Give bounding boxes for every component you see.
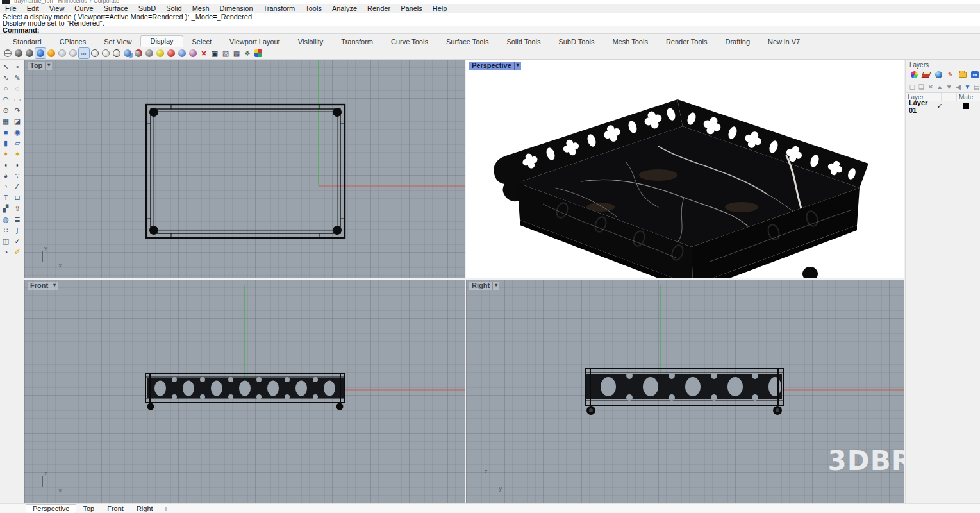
raytraced-display-icon[interactable] <box>46 48 56 58</box>
menu-view[interactable]: View <box>44 4 70 13</box>
viewport-menu-arrow-icon[interactable]: ▾ <box>51 282 58 290</box>
surface-patch-icon[interactable]: ◪ <box>12 116 23 126</box>
extrude-icon[interactable]: ⇧ <box>12 203 23 214</box>
viewport-title[interactable]: Perspective <box>469 62 514 70</box>
menu-solid[interactable]: Solid <box>161 4 187 13</box>
menu-curve[interactable]: Curve <box>69 4 98 13</box>
viewport-label-top[interactable]: Top ▾ <box>28 62 52 70</box>
layers-tab-icon[interactable] <box>922 71 931 79</box>
shaded-sphere-icon[interactable]: ◕ <box>1 171 12 181</box>
edit-point-icon[interactable]: ⊡ <box>12 192 23 203</box>
viewport-right[interactable]: Right ▾ z y 3DBR <box>466 280 904 503</box>
viewport-menu-arrow-icon[interactable]: ▾ <box>45 62 52 70</box>
shaded-display-icon[interactable] <box>13 48 24 58</box>
cylinder-icon[interactable]: ▮ <box>1 138 12 148</box>
monochrome-display-icon[interactable] <box>144 48 154 58</box>
move-left-icon[interactable]: ◀ <box>955 83 961 90</box>
ghost-box-icon[interactable]: ▧ <box>220 48 231 58</box>
layout-icon[interactable]: ▞ <box>1 203 12 214</box>
menu-dimension[interactable]: Dimension <box>215 4 258 13</box>
swirl-display-icon[interactable] <box>177 48 187 58</box>
rendering-tab-icon[interactable] <box>934 71 943 79</box>
folder-tab-icon[interactable] <box>958 71 967 79</box>
cage-edit-icon[interactable]: ▦ <box>1 116 12 126</box>
viewport-menu-arrow-icon[interactable]: ▾ <box>492 282 499 290</box>
viewport-tab-top[interactable]: Top <box>76 505 101 513</box>
text-icon[interactable]: T <box>1 192 12 203</box>
select-arrow-icon[interactable]: ↖ <box>1 62 12 72</box>
filter-icon[interactable]: ▼ <box>964 83 970 90</box>
annotate-pencil-icon[interactable]: ✎ <box>946 71 955 79</box>
tab-standard[interactable]: Standard <box>4 37 51 47</box>
visibility-icon[interactable]: ◫ <box>1 236 12 246</box>
ghosted-display-icon[interactable] <box>57 48 67 58</box>
boolean-difference-icon[interactable]: ◗ <box>12 160 23 170</box>
tab-render-tools[interactable]: Render Tools <box>657 37 717 47</box>
xray-display-icon[interactable] <box>68 48 78 58</box>
disable-display-icon[interactable]: ✕ <box>199 48 209 58</box>
tab-visibility[interactable]: Visibility <box>289 37 333 47</box>
shade-mode-icon[interactable]: ◔ <box>1 247 12 257</box>
rendered-display-icon[interactable] <box>35 48 46 58</box>
menu-mesh[interactable]: Mesh <box>187 4 215 13</box>
menu-transform[interactable]: Transform <box>258 4 301 13</box>
tab-display[interactable]: Display <box>140 35 183 47</box>
menu-tools[interactable]: Tools <box>300 4 327 13</box>
rectangle-icon[interactable]: ▭ <box>12 94 23 105</box>
fillet-icon[interactable]: ✦ <box>12 149 23 159</box>
move-up-icon[interactable]: ▲ <box>936 83 943 90</box>
helix-icon[interactable]: ↷ <box>12 105 23 115</box>
target-display-icon[interactable] <box>166 48 176 58</box>
circle-center-icon[interactable]: ⊙ <box>1 105 12 115</box>
menu-subd[interactable]: SubD <box>133 4 162 13</box>
viewport-tab-perspective[interactable]: Perspective <box>26 504 76 513</box>
tab-select[interactable]: Select <box>183 37 221 47</box>
monitor-display-icon[interactable]: ▣ <box>210 48 220 58</box>
layer-color-swatch[interactable] <box>963 103 969 109</box>
spotlight-icon[interactable]: ✐ <box>12 247 23 257</box>
artistic-display-icon[interactable] <box>101 48 111 58</box>
layer-row[interactable]: Layer 01 ✓ <box>906 101 980 111</box>
viewport-label-perspective[interactable]: Perspective ▾ <box>469 62 521 70</box>
move-down-icon[interactable]: ▼ <box>946 83 952 90</box>
paired-display-icon[interactable] <box>122 48 133 58</box>
pen-display-icon[interactable] <box>112 48 122 58</box>
tab-new-in-v7[interactable]: New in V7 <box>759 37 809 47</box>
wireframe-display-icon[interactable] <box>3 48 13 58</box>
menu-edit[interactable]: Edit <box>22 4 44 13</box>
command-prompt[interactable]: Command: <box>0 26 980 34</box>
array-icon[interactable]: ∷ <box>1 225 12 235</box>
curve-sketch-icon[interactable]: ✎ <box>12 72 23 83</box>
circle-icon[interactable]: ○ <box>1 83 12 94</box>
menu-analyze[interactable]: Analyze <box>327 4 362 13</box>
set-display-mode-icon[interactable] <box>133 48 144 58</box>
materials-chip-icon[interactable]: m <box>970 71 979 79</box>
viewport-title[interactable]: Right <box>469 282 492 290</box>
yellow-display-icon[interactable] <box>155 48 165 58</box>
tab-viewport-layout[interactable]: Viewport Layout <box>220 37 289 47</box>
render-sphere-icon[interactable]: ◍ <box>1 214 12 224</box>
point-icon[interactable]: ∘ <box>12 62 23 72</box>
viewport-top[interactable]: Top ▾ y x <box>24 60 465 278</box>
tab-drafting[interactable]: Drafting <box>717 37 760 47</box>
sphere-icon[interactable]: ◉ <box>12 127 23 137</box>
cube-display-icon[interactable]: ▩ <box>231 48 242 58</box>
material-column-header[interactable]: Mate <box>957 93 980 101</box>
curve-interpolate-icon[interactable]: ∿ <box>1 72 12 83</box>
xray-glasses-icon[interactable]: ∞ <box>79 48 89 58</box>
viewport-front[interactable]: Front ▾ z x <box>24 280 465 503</box>
tab-surface-tools[interactable]: Surface Tools <box>437 37 497 47</box>
tab-cplanes[interactable]: CPlanes <box>51 37 96 47</box>
camera-display-icon[interactable] <box>188 48 198 58</box>
spring-icon[interactable]: ∫ <box>12 225 23 235</box>
menu-render[interactable]: Render <box>362 4 395 13</box>
viewport-tab-front[interactable]: Front <box>101 505 130 513</box>
menu-file[interactable]: File <box>0 4 22 13</box>
viewport-tab-right[interactable]: Right <box>130 505 160 513</box>
menu-surface[interactable]: Surface <box>99 4 133 13</box>
tab-set-view[interactable]: Set View <box>95 37 140 47</box>
new-layer-icon[interactable]: ▢ <box>909 83 915 90</box>
layer-name[interactable]: Layer 01 <box>906 99 934 114</box>
viewport-menu-arrow-icon[interactable]: ▾ <box>514 62 521 70</box>
tab-mesh-tools[interactable]: Mesh Tools <box>603 37 656 47</box>
